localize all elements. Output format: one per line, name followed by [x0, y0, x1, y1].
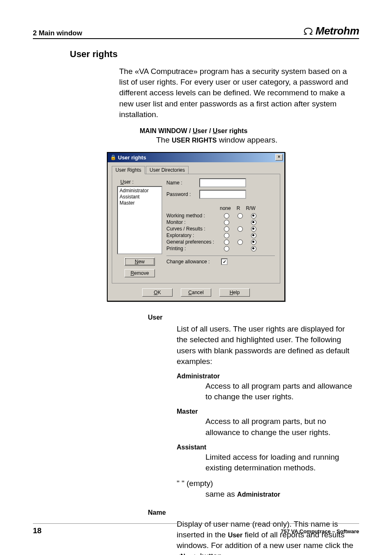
dialog-titlebar[interactable]: 🔒 User rights × [108, 153, 284, 162]
perm-radio[interactable] [251, 226, 256, 232]
perm-row: Monitor : [166, 219, 275, 225]
perm-radio[interactable] [251, 233, 256, 238]
change-allowance-checkbox[interactable]: ✓ [221, 258, 228, 265]
perm-radio[interactable] [238, 226, 243, 232]
term-user-body: List of all users. The user rights are d… [177, 324, 355, 367]
perm-radio[interactable] [224, 226, 229, 232]
perm-label: Monitor : [166, 219, 220, 225]
brand-logo: Metrohm [302, 25, 359, 37]
term-administrator-body: Access to all program parts and allowanc… [205, 381, 355, 402]
list-item[interactable]: Administrator [120, 188, 160, 194]
perm-radio[interactable] [224, 220, 229, 225]
close-icon[interactable]: × [275, 154, 283, 161]
perm-label: General preferences : [166, 239, 220, 245]
perm-radio[interactable] [224, 240, 229, 245]
page-footer: 18 757 VA Computrace – Software [33, 523, 359, 535]
perm-radio[interactable] [251, 220, 256, 225]
remove-button[interactable]: Remove [125, 269, 155, 277]
term-master-body: Access to all program parts, but no allo… [205, 416, 355, 438]
perm-radio[interactable] [224, 233, 229, 238]
perm-label: Exploratory : [166, 233, 220, 238]
tab-user-directories[interactable]: User Directories [146, 166, 189, 174]
perm-radio[interactable] [238, 240, 243, 245]
perm-label: Printing : [166, 246, 220, 251]
term-empty-body: same as Administrator [205, 489, 355, 500]
page-header: 2 Main window Metrohm [33, 25, 359, 39]
password-label: Password : [166, 191, 199, 197]
footer-text: 757 VA Computrace – Software [281, 528, 359, 534]
perm-radio[interactable] [251, 240, 256, 245]
user-list-label: User : [120, 179, 162, 185]
name-field[interactable] [199, 178, 246, 187]
user-rights-dialog: 🔒 User rights × User Rights User Directo… [107, 152, 285, 302]
omega-icon [302, 27, 314, 35]
caption: The USER RIGHTS window appears. [156, 136, 359, 145]
intro-paragraph: The «VA Computrace» program has a securi… [119, 66, 355, 120]
perm-label: Working method : [166, 213, 220, 219]
perm-radio[interactable] [238, 213, 243, 219]
change-allowance-label: Change allowance : [166, 259, 220, 265]
term-empty: " " (empty) [177, 479, 359, 488]
cancel-button[interactable]: Cancel [181, 288, 211, 297]
help-button[interactable]: Help [219, 288, 250, 297]
perm-row: Curves / Results : [166, 226, 275, 232]
password-field[interactable] [199, 190, 246, 199]
perm-radio[interactable] [251, 213, 256, 219]
term-assistant: Assistant [177, 444, 359, 451]
term-administrator: Administrator [177, 373, 359, 380]
menu-path: MAIN WINDOW / User / User rights [140, 127, 359, 135]
dialog-title: User rights [118, 154, 146, 161]
tabs: User Rights User Directories [112, 166, 280, 174]
perm-row: General preferences : [166, 239, 275, 245]
term-name: Name [148, 509, 359, 516]
section-title: User rights [70, 49, 359, 60]
new-button[interactable]: New [125, 258, 155, 266]
lock-icon: 🔒 [110, 154, 116, 160]
perm-row: Exploratory : [166, 233, 275, 238]
list-item[interactable]: Assistant [120, 194, 160, 200]
term-user: User [148, 314, 359, 321]
tab-user-rights[interactable]: User Rights [112, 166, 145, 174]
perm-label: Curves / Results : [166, 226, 220, 232]
perm-radio[interactable] [224, 213, 229, 219]
user-listbox[interactable]: Administrator Assistant Master [117, 186, 162, 254]
chapter-label: 2 Main window [33, 29, 82, 37]
page-number: 18 [33, 526, 42, 535]
term-master: Master [177, 408, 359, 415]
perm-row: Working method : [166, 213, 275, 219]
perm-headers: none R R/W [220, 205, 275, 211]
ok-button[interactable]: OK [142, 288, 173, 297]
list-item[interactable]: Master [120, 200, 160, 206]
name-label: Name : [166, 180, 199, 186]
term-assistant-body: Limited access for loading and running e… [205, 452, 355, 473]
perm-radio[interactable] [251, 246, 256, 251]
perm-row: Printing : [166, 246, 275, 251]
perm-radio[interactable] [224, 246, 229, 251]
